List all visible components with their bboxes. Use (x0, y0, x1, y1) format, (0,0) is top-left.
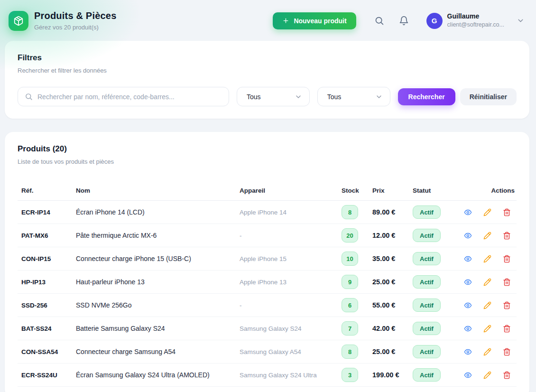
trash-icon (503, 278, 511, 286)
edit-button[interactable] (483, 371, 491, 379)
cell-stock: 8 (342, 205, 372, 219)
cell-name: Haut-parleur iPhone 13 (76, 278, 240, 286)
table-row: ECR-SS24U Écran Samsung Galaxy S24 Ultra… (18, 364, 517, 387)
stock-badge: 8 (342, 345, 358, 359)
trash-icon (503, 301, 511, 309)
category-select-value: Tous (247, 93, 261, 101)
status-badge: Actif (413, 275, 441, 289)
filters-subtitle: Rechercher et filtrer les données (18, 67, 517, 74)
cell-status: Actif (413, 229, 458, 242)
cell-stock: 20 (342, 228, 372, 243)
status-badge: Actif (413, 252, 441, 265)
search-button[interactable]: Rechercher (398, 88, 455, 105)
edit-button[interactable] (483, 278, 491, 286)
view-button[interactable] (464, 371, 472, 379)
edit-button[interactable] (483, 301, 491, 309)
column-header-ref: Réf. (18, 187, 76, 194)
cell-status: Actif (413, 322, 458, 335)
pencil-icon (483, 278, 491, 286)
delete-button[interactable] (503, 371, 511, 379)
eye-icon (464, 278, 472, 286)
trash-icon (503, 255, 511, 263)
table-row: SSD-256 SSD NVMe 256Go - 6 55.00 € Actif (18, 294, 517, 317)
table-body: ECR-IP14 Écran iPhone 14 (LCD) Apple iPh… (18, 201, 517, 387)
products-card: Produits (20) Liste de tous vos produits… (5, 132, 529, 392)
delete-button[interactable] (503, 208, 511, 216)
delete-button[interactable] (503, 232, 511, 240)
delete-button[interactable] (503, 348, 511, 356)
cell-price: 89.00 € (372, 208, 413, 216)
reset-button[interactable]: Réinitialiser (460, 88, 517, 105)
edit-button[interactable] (483, 208, 491, 216)
filters-row: Tous Tous Rechercher Réinitialiser (18, 87, 517, 106)
products-table: Réf. Nom Appareil Stock Prix Statut Acti… (18, 187, 517, 387)
status-select[interactable]: Tous (317, 87, 390, 106)
cell-name: Pâte thermique Arctic MX-6 (76, 232, 240, 239)
view-button[interactable] (464, 208, 472, 216)
new-product-button[interactable]: Nouveau produit (273, 12, 356, 29)
notifications-button[interactable] (399, 16, 409, 26)
edit-button[interactable] (483, 325, 491, 333)
cell-device: - (240, 232, 342, 239)
app-header: Produits & Pièces Gérez vos 20 produit(s… (0, 0, 536, 35)
column-header-actions: Actions (491, 187, 517, 194)
status-select-value: Tous (327, 93, 342, 101)
avatar[interactable]: G (426, 13, 443, 29)
cell-ref: ECR-IP14 (18, 209, 76, 216)
view-button[interactable] (464, 232, 472, 240)
eye-icon (464, 255, 472, 263)
cell-name: SSD NVMe 256Go (76, 301, 240, 309)
search-icon (374, 16, 384, 26)
trash-icon (503, 208, 511, 216)
trash-icon (503, 348, 511, 356)
cell-status: Actif (413, 275, 458, 289)
cell-ref: CON-SSA54 (18, 348, 76, 355)
cell-name: Écran iPhone 14 (LCD) (76, 208, 240, 216)
cell-price: 35.00 € (372, 255, 413, 262)
view-button[interactable] (464, 325, 472, 333)
stock-badge: 10 (342, 252, 358, 266)
cell-actions (458, 232, 517, 240)
cell-stock: 9 (342, 275, 372, 289)
package-icon (13, 16, 24, 26)
edit-button[interactable] (483, 348, 491, 356)
page-title: Produits & Pièces (34, 10, 116, 21)
cell-ref: PAT-MX6 (18, 232, 76, 239)
status-badge: Actif (413, 205, 441, 219)
user-menu-toggle[interactable] (517, 17, 525, 25)
cell-status: Actif (413, 345, 458, 358)
edit-button[interactable] (483, 232, 491, 240)
search-input[interactable] (37, 93, 222, 101)
cell-price: 12.00 € (372, 232, 413, 239)
category-select[interactable]: Tous (237, 87, 310, 106)
user-block: Guillaume client@softrepair.co... (447, 12, 504, 29)
chevron-down-icon (295, 93, 302, 101)
edit-button[interactable] (483, 255, 491, 263)
cell-stock: 6 (342, 298, 372, 312)
search-icon (25, 93, 33, 101)
bell-icon (399, 16, 409, 26)
header-search-button[interactable] (374, 16, 384, 26)
delete-button[interactable] (503, 301, 511, 309)
view-button[interactable] (464, 301, 472, 309)
pencil-icon (483, 301, 491, 309)
cell-actions (458, 208, 517, 216)
trash-icon (503, 232, 511, 240)
view-button[interactable] (464, 255, 472, 263)
delete-button[interactable] (503, 278, 511, 286)
table-row: ECR-IP14 Écran iPhone 14 (LCD) Apple iPh… (18, 201, 517, 224)
table-row: CON-IP15 Connecteur charge iPhone 15 (US… (18, 247, 517, 271)
pencil-icon (483, 348, 491, 356)
stock-badge: 9 (342, 275, 358, 289)
view-button[interactable] (464, 278, 472, 286)
delete-button[interactable] (503, 325, 511, 333)
new-product-label: Nouveau produit (294, 17, 346, 25)
view-button[interactable] (464, 348, 472, 356)
status-badge: Actif (413, 299, 441, 312)
avatar-initial: G (432, 17, 437, 25)
products-subtitle: Liste de tous vos produits et pièces (18, 158, 517, 165)
cell-status: Actif (413, 252, 458, 265)
delete-button[interactable] (503, 255, 511, 263)
filters-card: Filtres Rechercher et filtrer les donnée… (5, 41, 529, 119)
cell-price: 55.00 € (372, 301, 413, 309)
